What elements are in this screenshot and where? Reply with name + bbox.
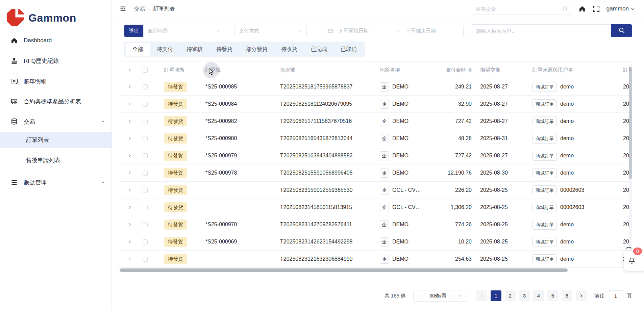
tab-0[interactable]: 全部 <box>126 43 150 56</box>
site-name: DEMO <box>392 84 408 90</box>
table-row: 待發貨T20250823145850115813915企GCL - CV…1,3… <box>119 199 633 216</box>
row-checkbox[interactable] <box>143 96 149 112</box>
enterprise-tag: 企 <box>380 203 389 212</box>
row-expand-icon[interactable] <box>127 182 134 199</box>
home-icon[interactable] <box>578 5 586 13</box>
fullscreen-icon[interactable] <box>592 5 600 13</box>
order-no-cell: *S25-000982 <box>205 113 280 130</box>
row-checkbox[interactable] <box>143 130 149 147</box>
user-menu[interactable]: gammon <box>606 5 635 12</box>
row-expand-icon[interactable] <box>127 147 134 164</box>
row-checkbox[interactable] <box>143 251 149 267</box>
notification-widget[interactable]: 0 <box>624 251 644 271</box>
next-page-button[interactable] <box>576 290 587 301</box>
row-checkbox[interactable] <box>143 182 149 199</box>
chevron-down-icon <box>458 293 463 298</box>
pagination: 共 165 條 30條/頁 123456 前往 頁 <box>385 290 632 302</box>
row-checkbox[interactable] <box>143 147 149 164</box>
export-button[interactable]: 導出 <box>124 25 143 37</box>
serial-no-cell: T20250823145850115813915 <box>280 199 379 216</box>
page-button-5[interactable]: 5 <box>547 290 558 301</box>
sidebar-item-1[interactable]: RFQ歷史記錄 <box>0 51 112 71</box>
order-status-cell: 待發貨 <box>164 78 205 95</box>
goto-page-input[interactable] <box>608 290 623 301</box>
prev-page-button[interactable] <box>476 290 487 301</box>
sidebar-item-label: Dashboard <box>24 37 105 44</box>
page-button-6[interactable]: 6 <box>562 290 572 301</box>
keyword-search-input[interactable] <box>471 24 611 37</box>
tab-7[interactable]: 已取消 <box>334 43 364 56</box>
enterprise-tag: 企 <box>380 151 389 160</box>
order-no-cell: *S25-000969 <box>205 233 280 250</box>
order-status-cell: 待發貨 <box>164 147 205 164</box>
source-tag: 商城訂單 <box>532 220 557 230</box>
row-expand-icon[interactable] <box>127 78 134 95</box>
row-expand-icon[interactable] <box>127 251 134 267</box>
calendar-icon <box>327 28 333 34</box>
page-button-1[interactable]: 1 <box>491 290 501 301</box>
sort-icon[interactable] <box>468 68 472 72</box>
vertical-scrollbar-thumb[interactable] <box>629 67 632 179</box>
sidebar-item-2[interactable]: 賬單明細 <box>0 71 112 91</box>
sidebar-item-label: 賬號管理 <box>24 179 100 186</box>
payment-method-select[interactable]: 支付方式 <box>234 25 307 37</box>
row-expand-icon[interactable] <box>127 96 134 112</box>
table-row: 待發貨*S25-000982T20250825171115837670516企D… <box>119 113 633 130</box>
order-source-cell: 商城訂單00002603 <box>532 199 621 216</box>
tab-2[interactable]: 待審核 <box>180 43 209 56</box>
sidebar-item-0[interactable]: Dashboard <box>0 30 112 51</box>
header-paid-amount[interactable]: 實付金額 <box>410 62 472 78</box>
select-all-checkbox[interactable] <box>143 62 149 78</box>
enterprise-tag: 企 <box>380 186 389 195</box>
row-expand-icon[interactable] <box>127 164 134 181</box>
sidebar-item-label: 賬單明細 <box>24 77 105 85</box>
tab-1[interactable]: 待支付 <box>150 43 180 56</box>
sidebar-subitem-4-1[interactable]: 售後申請列表 <box>0 152 112 168</box>
site-cell: 企DEMO <box>380 164 434 181</box>
source-username: demo <box>560 118 574 124</box>
page-button-4[interactable]: 4 <box>533 290 544 301</box>
tab-6[interactable]: 已完成 <box>304 43 334 56</box>
row-expand-icon[interactable] <box>127 199 134 216</box>
order-date-range-picker[interactable]: 下單開始日期 - 下單結束日期 <box>323 25 464 37</box>
row-expand-icon[interactable] <box>127 216 134 233</box>
search-button[interactable] <box>611 24 632 37</box>
site-select[interactable]: 全部地盤 <box>143 25 225 37</box>
header-order-no[interactable]: 訂單號 <box>205 62 280 78</box>
row-checkbox[interactable] <box>143 78 149 95</box>
row-checkbox[interactable] <box>143 199 149 216</box>
sidebar-item-5[interactable]: 賬號管理 <box>0 172 112 192</box>
main-area: 交易 › 訂單列表 gammon <box>112 0 644 310</box>
expected-date-cell: 2025-08-25 <box>480 251 531 267</box>
serial-no-cell: T20250825181124020679095 <box>280 96 379 112</box>
page-button-2[interactable]: 2 <box>505 290 516 301</box>
sidebar-collapse-icon[interactable] <box>119 5 127 12</box>
row-checkbox[interactable] <box>143 113 149 130</box>
table-row: 待發貨*S25-000985T20250825181759965878837企D… <box>119 78 633 96</box>
sidebar-item-4[interactable]: 交易 <box>0 111 112 132</box>
tab-3[interactable]: 待發貨 <box>209 43 239 56</box>
tab-4[interactable]: 部分發貨 <box>239 43 274 56</box>
row-checkbox[interactable] <box>143 233 149 250</box>
row-checkbox[interactable] <box>143 164 149 181</box>
row-expand-icon[interactable] <box>127 233 134 250</box>
expand-all-icon[interactable] <box>127 62 134 78</box>
sidebar-item-3[interactable]: 合約與標準產品分析表 <box>0 91 112 111</box>
row-expand-icon[interactable] <box>127 130 134 147</box>
sidebar-subitem-4-0[interactable]: 訂單列表 <box>0 132 112 148</box>
breadcrumb-section[interactable]: 交易 <box>134 5 145 12</box>
tab-5[interactable]: 待收貨 <box>274 43 304 56</box>
breadcrumb: 交易 › 訂單列表 <box>134 5 175 12</box>
page-size-select[interactable]: 30條/頁 <box>413 290 467 302</box>
order-status-cell: 待發貨 <box>164 113 205 130</box>
bell-icon[interactable] <box>628 257 636 265</box>
page-button-3[interactable]: 3 <box>519 290 530 301</box>
row-checkbox[interactable] <box>143 216 149 233</box>
breadcrumb-separator-icon: › <box>148 6 150 11</box>
menu-search-input[interactable] <box>471 3 572 15</box>
status-badge: 待發貨 <box>164 168 187 178</box>
site-name: DEMO <box>392 153 408 159</box>
goto-page: 前往 頁 <box>594 290 632 301</box>
row-expand-icon[interactable] <box>127 113 134 130</box>
horizontal-scrollbar[interactable] <box>120 268 568 272</box>
